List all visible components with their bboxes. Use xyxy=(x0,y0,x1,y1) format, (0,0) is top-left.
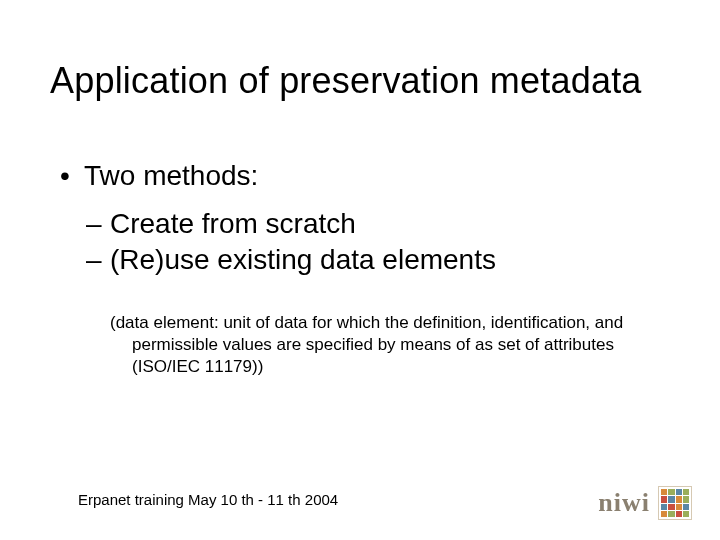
bullet-level2-item: (Re)use existing data elements xyxy=(110,244,660,276)
logo: niwi xyxy=(598,486,692,520)
logo-mark-icon xyxy=(658,486,692,520)
logo-text: niwi xyxy=(598,488,650,518)
bullet-level1: Two methods: xyxy=(84,160,660,192)
definition-note-text: (data element: unit of data for which th… xyxy=(110,312,650,377)
bullet-level2-item: Create from scratch xyxy=(110,208,660,240)
footer-text: Erpanet training May 10 th - 11 th 2004 xyxy=(78,491,338,508)
definition-note: (data element: unit of data for which th… xyxy=(110,312,650,377)
slide: Application of preservation metadata Two… xyxy=(0,0,720,540)
slide-title: Application of preservation metadata xyxy=(50,60,680,102)
slide-body: Two methods: Create from scratch (Re)use… xyxy=(60,160,660,377)
